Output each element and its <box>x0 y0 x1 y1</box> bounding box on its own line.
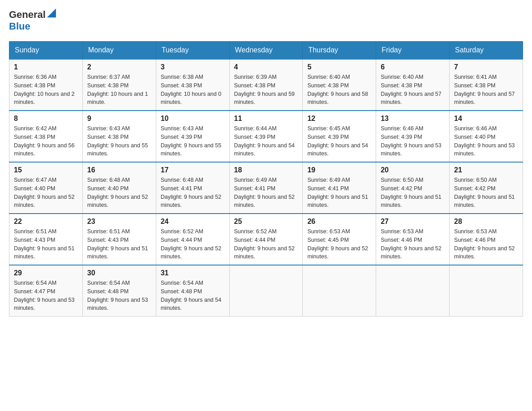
day-number: 23 <box>87 218 151 226</box>
day-info: Sunrise: 6:49 AM Sunset: 4:41 PM Dayligh… <box>307 176 371 210</box>
day-info: Sunrise: 6:53 AM Sunset: 4:45 PM Dayligh… <box>307 227 371 261</box>
day-info: Sunrise: 6:53 AM Sunset: 4:46 PM Dayligh… <box>381 227 445 261</box>
day-info: Sunrise: 6:51 AM Sunset: 4:43 PM Dayligh… <box>87 227 151 261</box>
day-info: Sunrise: 6:48 AM Sunset: 4:41 PM Dayligh… <box>161 176 225 210</box>
calendar-day-cell <box>450 265 523 317</box>
day-number: 27 <box>381 218 445 226</box>
calendar-day-cell: 20 Sunrise: 6:50 AM Sunset: 4:42 PM Dayl… <box>376 162 450 214</box>
weekday-header-thursday: Thursday <box>303 42 376 60</box>
day-info: Sunrise: 6:47 AM Sunset: 4:40 PM Dayligh… <box>14 176 78 210</box>
calendar-day-cell: 7 Sunrise: 6:41 AM Sunset: 4:38 PM Dayli… <box>450 59 523 111</box>
day-number: 28 <box>454 218 518 226</box>
day-number: 9 <box>87 115 151 123</box>
day-number: 16 <box>87 166 151 174</box>
day-number: 8 <box>14 115 78 123</box>
day-number: 30 <box>87 269 151 277</box>
day-info: Sunrise: 6:41 AM Sunset: 4:38 PM Dayligh… <box>454 73 518 107</box>
calendar-day-cell: 13 Sunrise: 6:46 AM Sunset: 4:39 PM Dayl… <box>376 111 450 162</box>
day-number: 29 <box>14 269 78 277</box>
day-info: Sunrise: 6:42 AM Sunset: 4:38 PM Dayligh… <box>14 124 78 158</box>
calendar-week-row: 15 Sunrise: 6:47 AM Sunset: 4:40 PM Dayl… <box>9 162 523 214</box>
calendar-day-cell: 14 Sunrise: 6:46 AM Sunset: 4:40 PM Dayl… <box>450 111 523 162</box>
calendar-table: SundayMondayTuesdayWednesdayThursdayFrid… <box>9 41 523 317</box>
weekday-header-row: SundayMondayTuesdayWednesdayThursdayFrid… <box>9 42 523 60</box>
day-info: Sunrise: 6:43 AM Sunset: 4:38 PM Dayligh… <box>87 124 151 158</box>
day-info: Sunrise: 6:54 AM Sunset: 4:48 PM Dayligh… <box>87 279 151 313</box>
calendar-day-cell <box>229 265 303 317</box>
day-info: Sunrise: 6:54 AM Sunset: 4:48 PM Dayligh… <box>161 279 225 313</box>
day-number: 2 <box>87 63 151 71</box>
logo-blue-text: Blue <box>9 21 30 32</box>
day-number: 19 <box>307 166 371 174</box>
day-info: Sunrise: 6:46 AM Sunset: 4:40 PM Dayligh… <box>454 124 518 158</box>
day-number: 6 <box>381 63 445 71</box>
day-number: 5 <box>307 63 371 71</box>
calendar-day-cell: 4 Sunrise: 6:39 AM Sunset: 4:38 PM Dayli… <box>229 59 303 111</box>
weekday-header-saturday: Saturday <box>450 42 523 60</box>
logo-general-text: General <box>9 9 46 21</box>
calendar-day-cell: 23 Sunrise: 6:51 AM Sunset: 4:43 PM Dayl… <box>82 214 156 265</box>
day-info: Sunrise: 6:53 AM Sunset: 4:46 PM Dayligh… <box>454 227 518 261</box>
calendar-day-cell: 18 Sunrise: 6:49 AM Sunset: 4:41 PM Dayl… <box>229 162 303 214</box>
calendar-day-cell: 28 Sunrise: 6:53 AM Sunset: 4:46 PM Dayl… <box>450 214 523 265</box>
logo: General Blue <box>9 9 56 32</box>
day-info: Sunrise: 6:40 AM Sunset: 4:38 PM Dayligh… <box>381 73 445 107</box>
calendar-day-cell: 10 Sunrise: 6:43 AM Sunset: 4:39 PM Dayl… <box>156 111 229 162</box>
calendar-week-row: 8 Sunrise: 6:42 AM Sunset: 4:38 PM Dayli… <box>9 111 523 162</box>
calendar-day-cell: 24 Sunrise: 6:52 AM Sunset: 4:44 PM Dayl… <box>156 214 229 265</box>
calendar-day-cell: 8 Sunrise: 6:42 AM Sunset: 4:38 PM Dayli… <box>9 111 83 162</box>
day-info: Sunrise: 6:38 AM Sunset: 4:38 PM Dayligh… <box>161 73 225 107</box>
day-info: Sunrise: 6:46 AM Sunset: 4:39 PM Dayligh… <box>381 124 445 158</box>
calendar-day-cell <box>303 265 376 317</box>
calendar-day-cell: 16 Sunrise: 6:48 AM Sunset: 4:40 PM Dayl… <box>82 162 156 214</box>
day-number: 11 <box>234 115 298 123</box>
weekday-header-tuesday: Tuesday <box>156 42 229 60</box>
day-info: Sunrise: 6:51 AM Sunset: 4:43 PM Dayligh… <box>14 227 78 261</box>
day-number: 13 <box>381 115 445 123</box>
weekday-header-sunday: Sunday <box>9 42 83 60</box>
page-header: General Blue <box>9 9 523 32</box>
calendar-day-cell: 2 Sunrise: 6:37 AM Sunset: 4:38 PM Dayli… <box>82 59 156 111</box>
svg-marker-0 <box>47 9 56 17</box>
day-number: 3 <box>161 63 225 71</box>
calendar-day-cell: 30 Sunrise: 6:54 AM Sunset: 4:48 PM Dayl… <box>82 265 156 317</box>
day-info: Sunrise: 6:45 AM Sunset: 4:39 PM Dayligh… <box>307 124 371 158</box>
day-number: 24 <box>161 218 225 226</box>
calendar-day-cell: 21 Sunrise: 6:50 AM Sunset: 4:42 PM Dayl… <box>450 162 523 214</box>
day-info: Sunrise: 6:54 AM Sunset: 4:47 PM Dayligh… <box>14 279 78 313</box>
day-number: 26 <box>307 218 371 226</box>
calendar-day-cell: 9 Sunrise: 6:43 AM Sunset: 4:38 PM Dayli… <box>82 111 156 162</box>
calendar-day-cell: 5 Sunrise: 6:40 AM Sunset: 4:38 PM Dayli… <box>303 59 376 111</box>
calendar-day-cell: 27 Sunrise: 6:53 AM Sunset: 4:46 PM Dayl… <box>376 214 450 265</box>
day-number: 21 <box>454 166 518 174</box>
day-info: Sunrise: 6:52 AM Sunset: 4:44 PM Dayligh… <box>161 227 225 261</box>
calendar-day-cell: 1 Sunrise: 6:36 AM Sunset: 4:38 PM Dayli… <box>9 59 83 111</box>
calendar-day-cell: 25 Sunrise: 6:52 AM Sunset: 4:44 PM Dayl… <box>229 214 303 265</box>
calendar-day-cell: 6 Sunrise: 6:40 AM Sunset: 4:38 PM Dayli… <box>376 59 450 111</box>
day-number: 20 <box>381 166 445 174</box>
day-number: 12 <box>307 115 371 123</box>
day-number: 10 <box>161 115 225 123</box>
day-info: Sunrise: 6:49 AM Sunset: 4:41 PM Dayligh… <box>234 176 298 210</box>
day-info: Sunrise: 6:52 AM Sunset: 4:44 PM Dayligh… <box>234 227 298 261</box>
day-number: 15 <box>14 166 78 174</box>
day-info: Sunrise: 6:43 AM Sunset: 4:39 PM Dayligh… <box>161 124 225 158</box>
day-number: 7 <box>454 63 518 71</box>
calendar-day-cell: 26 Sunrise: 6:53 AM Sunset: 4:45 PM Dayl… <box>303 214 376 265</box>
day-info: Sunrise: 6:39 AM Sunset: 4:38 PM Dayligh… <box>234 73 298 107</box>
calendar-day-cell: 17 Sunrise: 6:48 AM Sunset: 4:41 PM Dayl… <box>156 162 229 214</box>
day-info: Sunrise: 6:36 AM Sunset: 4:38 PM Dayligh… <box>14 73 78 107</box>
calendar-day-cell: 22 Sunrise: 6:51 AM Sunset: 4:43 PM Dayl… <box>9 214 83 265</box>
calendar-week-row: 1 Sunrise: 6:36 AM Sunset: 4:38 PM Dayli… <box>9 59 523 111</box>
calendar-week-row: 22 Sunrise: 6:51 AM Sunset: 4:43 PM Dayl… <box>9 214 523 265</box>
day-number: 17 <box>161 166 225 174</box>
calendar-day-cell: 11 Sunrise: 6:44 AM Sunset: 4:39 PM Dayl… <box>229 111 303 162</box>
logo-triangle-icon <box>47 9 56 17</box>
day-info: Sunrise: 6:40 AM Sunset: 4:38 PM Dayligh… <box>307 73 371 107</box>
calendar-day-cell: 31 Sunrise: 6:54 AM Sunset: 4:48 PM Dayl… <box>156 265 229 317</box>
day-number: 14 <box>454 115 518 123</box>
day-number: 25 <box>234 218 298 226</box>
day-number: 4 <box>234 63 298 71</box>
day-number: 1 <box>14 63 78 71</box>
day-info: Sunrise: 6:48 AM Sunset: 4:40 PM Dayligh… <box>87 176 151 210</box>
